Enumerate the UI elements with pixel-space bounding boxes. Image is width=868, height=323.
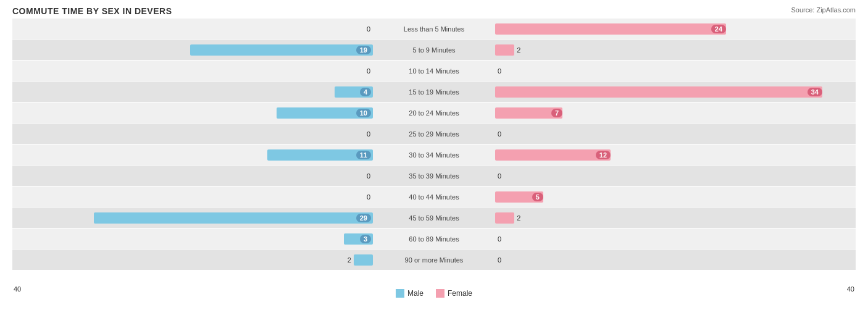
left-bar-area: 4 [12, 82, 375, 102]
female-value-zero: 0 [498, 130, 501, 138]
pink-bar: 12 [495, 149, 611, 161]
row-label: Less than 5 Minutes [375, 25, 493, 33]
row-label: 45 to 59 Minutes [375, 214, 493, 222]
legend-female-label: Female [448, 289, 472, 298]
blue-bar: 4 [335, 86, 373, 98]
right-bar-area: 0 [493, 124, 856, 144]
row-label: 5 to 9 Minutes [375, 46, 493, 54]
chart-row: 1020 to 24 Minutes7 [12, 103, 856, 123]
chart-title: COMMUTE TIME BY SEX IN DEVERS [12, 6, 856, 16]
male-value-outside: 2 [348, 256, 351, 264]
legend-female: Female [436, 289, 472, 298]
female-value-badge: 24 [711, 25, 726, 33]
male-value-badge: 19 [356, 46, 371, 54]
left-bar-area: 29 [12, 208, 375, 228]
chart-row: 195 to 9 Minutes2 [12, 40, 856, 60]
row-label: 15 to 19 Minutes [375, 88, 493, 96]
female-value-outside: 2 [517, 214, 520, 222]
chart-row: 010 to 14 Minutes0 [12, 61, 856, 81]
right-bar-area: 0 [493, 61, 856, 81]
male-value-badge: 10 [356, 109, 371, 117]
left-bar-area: 3 [12, 229, 375, 249]
female-value-zero: 0 [498, 172, 501, 180]
row-label: 20 to 24 Minutes [375, 109, 493, 117]
row-label: 10 to 14 Minutes [375, 67, 493, 75]
pink-bar [495, 44, 514, 56]
chart-row: 290 or more Minutes0 [12, 250, 856, 270]
chart-row: 0Less than 5 Minutes24 [12, 19, 856, 39]
female-value-badge: 34 [807, 88, 822, 96]
chart-row: 040 to 44 Minutes5 [12, 187, 856, 207]
left-bar-area: 19 [12, 40, 375, 60]
left-bar-area: 0 [12, 187, 375, 207]
left-bar-area: 10 [12, 103, 375, 123]
axis-max-label: 40 [847, 285, 854, 298]
left-bar-area: 0 [12, 61, 375, 81]
pink-bar [495, 212, 514, 224]
male-value-zero: 0 [367, 193, 370, 201]
male-value-zero: 0 [367, 130, 370, 138]
row-label: 60 to 89 Minutes [375, 235, 493, 243]
blue-bar: 29 [94, 212, 373, 224]
right-bar-area: 2 [493, 208, 856, 228]
female-value-zero: 0 [498, 67, 501, 75]
left-bar-area: 0 [12, 166, 375, 186]
pink-bar: 34 [495, 86, 822, 98]
legend-male: Male [396, 289, 424, 298]
chart-row: 415 to 19 Minutes34 [12, 82, 856, 102]
pink-bar: 5 [495, 191, 543, 203]
left-bar-area: 0 [12, 19, 375, 39]
blue-bar: 3 [344, 233, 373, 245]
right-bar-area: 0 [493, 250, 856, 270]
chart-area: 0Less than 5 Minutes24195 to 9 Minutes20… [12, 19, 856, 284]
right-bar-area: 0 [493, 229, 856, 249]
right-bar-area: 7 [493, 103, 856, 123]
male-value-zero: 0 [367, 172, 370, 180]
axis-min-label: 40 [14, 285, 21, 298]
male-value-badge: 4 [360, 88, 371, 96]
right-bar-area: 0 [493, 166, 856, 186]
right-bar-area: 12 [493, 145, 856, 165]
blue-bar: 10 [277, 107, 373, 119]
right-bar-area: 5 [493, 187, 856, 207]
axis-labels: 40 Male Female 40 [12, 285, 856, 298]
male-value-badge: 29 [356, 214, 371, 222]
female-value-badge: 12 [596, 151, 611, 159]
left-bar-area: 0 [12, 124, 375, 144]
chart-row: 1130 to 34 Minutes12 [12, 145, 856, 165]
right-bar-area: 24 [493, 19, 856, 39]
blue-bar: 19 [190, 44, 373, 56]
legend: Male Female [396, 289, 472, 298]
row-label: 25 to 29 Minutes [375, 130, 493, 138]
female-value-zero: 0 [498, 256, 501, 264]
male-value-badge: 3 [360, 235, 371, 243]
female-value-badge: 5 [532, 193, 543, 201]
chart-row: 360 to 89 Minutes0 [12, 229, 856, 249]
blue-bar: 11 [267, 149, 373, 161]
female-value-outside: 2 [517, 46, 520, 54]
chart-row: 025 to 29 Minutes0 [12, 124, 856, 144]
pink-bar: 7 [495, 107, 562, 119]
male-value-zero: 0 [367, 67, 370, 75]
right-bar-area: 2 [493, 40, 856, 60]
pink-bar: 24 [495, 23, 726, 35]
right-bar-area: 34 [493, 82, 856, 102]
left-bar-area: 2 [12, 250, 375, 270]
legend-male-box [396, 289, 404, 298]
chart-container: COMMUTE TIME BY SEX IN DEVERS Source: Zi… [0, 0, 868, 323]
chart-row: 2945 to 59 Minutes2 [12, 208, 856, 228]
legend-female-box [436, 289, 444, 298]
male-value-badge: 11 [356, 151, 371, 159]
row-label: 35 to 39 Minutes [375, 172, 493, 180]
row-label: 90 or more Minutes [375, 256, 493, 264]
left-bar-area: 11 [12, 145, 375, 165]
female-value-zero: 0 [498, 235, 501, 243]
source-label: Source: ZipAtlas.com [791, 6, 856, 14]
female-value-badge: 7 [551, 109, 562, 117]
row-label: 40 to 44 Minutes [375, 193, 493, 201]
row-label: 30 to 34 Minutes [375, 151, 493, 159]
chart-row: 035 to 39 Minutes0 [12, 166, 856, 186]
legend-male-label: Male [407, 289, 424, 298]
male-value-zero: 0 [367, 25, 370, 33]
blue-bar [354, 254, 373, 266]
